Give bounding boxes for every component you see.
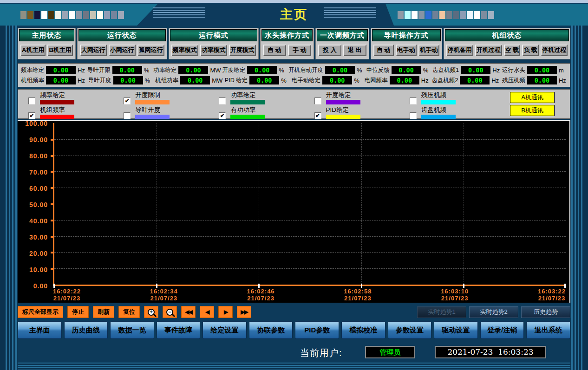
legend-item: PID给定 [308, 106, 403, 121]
legend-checkbox[interactable] [124, 112, 131, 119]
status-button[interactable]: 停机备用 [446, 45, 473, 56]
nav-button[interactable]: 参数设置 [388, 321, 432, 339]
legend-label: 开度限制 [135, 91, 160, 99]
measurement-value: 0.00 [46, 76, 76, 84]
status-button[interactable]: 开机过程 [475, 45, 502, 56]
status-group-head-mode: 水头操作方式 自 动手 动 [260, 28, 314, 59]
group-header: 运行模式 [170, 29, 257, 41]
group-header: 机组状态 [445, 29, 569, 41]
zoom-out-button[interactable]: − [163, 306, 177, 318]
measurement-label: 齿盘机频1 [432, 66, 459, 74]
nav-button[interactable]: 历史曲线 [64, 321, 108, 339]
nav-button[interactable]: 退出系统 [526, 321, 570, 339]
measurement-field: 机组频率 0.00 Hz [21, 76, 86, 84]
current-user-label: 当前用户: [300, 347, 342, 359]
legend-checkbox[interactable] [410, 112, 417, 119]
step-backward-button[interactable]: ◀ [200, 306, 214, 318]
x-axis-tickmark [258, 284, 260, 288]
status-button[interactable]: 手 动 [288, 45, 311, 56]
x-axis-tick: 16:03:22 21/07/23 [538, 288, 566, 302]
status-button[interactable]: A机主用 [20, 45, 46, 56]
nav-button[interactable]: 给定设置 [203, 321, 247, 339]
status-button[interactable]: 功率模式 [200, 45, 227, 56]
status-button[interactable]: 投 入 [318, 45, 341, 56]
nav-button[interactable]: 事件故障 [157, 321, 201, 339]
nav-button[interactable]: 协联参数 [249, 321, 293, 339]
trend-tab-button[interactable]: 历史趋势 [521, 306, 570, 318]
measurement-field: 导叶开限 0.00 % [87, 66, 152, 74]
x-tick-time: 16:02:58 [344, 288, 372, 295]
status-button[interactable]: 空 载 [504, 45, 521, 56]
y-axis-tick: 90.00 [29, 137, 48, 143]
x-tick-date: 21/07/23 [247, 295, 274, 302]
measurement-value: 0.00 [180, 76, 210, 84]
nav-button[interactable]: 主界面 [18, 321, 62, 339]
status-button[interactable]: 负 载 [522, 45, 539, 56]
legend-checkbox[interactable] [219, 97, 226, 104]
trend-tab-button[interactable]: 实时趋势1 [417, 306, 466, 318]
curve-legend-panel: 频率给定 机组频率 开度限制 导叶开度 [18, 89, 570, 119]
status-group-run-mode: 运行模式 频率模式功率模式开度模式 [169, 28, 259, 59]
status-button[interactable]: 小网运行 [109, 45, 136, 56]
measurement-field: 频率给定 0.00 Hz [21, 66, 86, 74]
legend-checkbox[interactable] [28, 112, 35, 119]
status-button[interactable]: 自 动 [263, 45, 286, 56]
legend-swatch [135, 115, 170, 119]
fast-backward-button[interactable]: ◀◀ [181, 306, 196, 318]
y-axis-tick: 50.00 [29, 202, 48, 208]
comm-b-button[interactable]: B机通讯 [510, 105, 555, 116]
fast-forward-button[interactable]: ▶▶ [237, 306, 251, 318]
nav-button[interactable]: PID参数 [295, 321, 339, 339]
status-button[interactable]: 开度模式 [229, 45, 256, 56]
measurement-field: 导叶开度 0.00 % [88, 76, 153, 84]
legend-checkbox[interactable] [314, 112, 321, 119]
measurement-unit: % [144, 67, 152, 74]
status-group-row: 主用状态 A机主用B机主用 运行状态 大网运行小网运行孤网运行 运行模式 频率模… [18, 28, 570, 59]
status-button[interactable]: 退 出 [343, 45, 366, 56]
group-header: 水头操作方式 [261, 29, 313, 41]
status-button[interactable]: 自 动 [373, 45, 394, 56]
nav-button[interactable]: 登录/注销 [480, 321, 524, 339]
nav-button[interactable]: 模拟校准 [341, 321, 385, 339]
x-tick-date: 21/07/23 [441, 295, 469, 302]
legend-checkbox[interactable] [410, 97, 417, 104]
y-axis-tick: 40.00 [29, 218, 48, 224]
nav-button[interactable]: 数据一览 [110, 321, 154, 339]
reset-button[interactable]: 复位 [118, 306, 140, 318]
zoom-in-button[interactable]: + [144, 306, 158, 318]
refresh-button[interactable]: 刷新 [93, 306, 114, 318]
measurement-unit: Hz [421, 77, 430, 84]
trend-tab-button[interactable]: 实时趋势2 [469, 306, 518, 318]
x-tick-time: 16:03:10 [441, 288, 469, 295]
show-all-rulers-button[interactable]: 标尺全部显示 [18, 306, 63, 318]
group-header: 一次调频方式 [317, 29, 368, 41]
gridline [54, 204, 566, 204]
stop-button[interactable]: 停止 [67, 306, 89, 318]
status-button[interactable]: 电手动 [396, 45, 417, 56]
legend-checkbox[interactable] [219, 112, 226, 119]
status-button[interactable]: 机手动 [418, 45, 439, 56]
measurement-unit: Hz [78, 77, 86, 84]
status-button[interactable]: 大网运行 [80, 45, 107, 56]
status-group-freq-regulation: 一次调频方式 投 入退 出 [315, 28, 369, 59]
measurement-unit: MW [210, 67, 221, 74]
zoom-in-icon: + [148, 309, 155, 316]
legend-checkbox[interactable] [314, 97, 321, 104]
status-button[interactable]: B机主用 [47, 45, 72, 56]
y-axis-tick: 70.00 [29, 169, 48, 175]
status-button[interactable]: 频率模式 [171, 45, 198, 56]
legend-label: 机组频率 [40, 106, 65, 114]
legend-item: 频率给定 [22, 91, 117, 106]
comm-a-button[interactable]: A机通讯 [510, 92, 555, 103]
nav-button[interactable]: 驱动设置 [434, 321, 478, 339]
gridline [54, 171, 566, 172]
gridline [54, 139, 566, 140]
gridline [464, 123, 464, 285]
status-button[interactable]: 停机过程 [541, 45, 568, 56]
status-button[interactable]: 孤网运行 [137, 45, 164, 56]
legend-checkbox[interactable] [124, 97, 131, 104]
legend-checkbox[interactable] [28, 97, 35, 104]
legend-item: 导叶开度 [117, 106, 212, 121]
status-bar: 当前用户: 管理员 2021-07-23 16:03:23 [18, 344, 570, 361]
step-forward-button[interactable]: ▶ [218, 306, 233, 318]
